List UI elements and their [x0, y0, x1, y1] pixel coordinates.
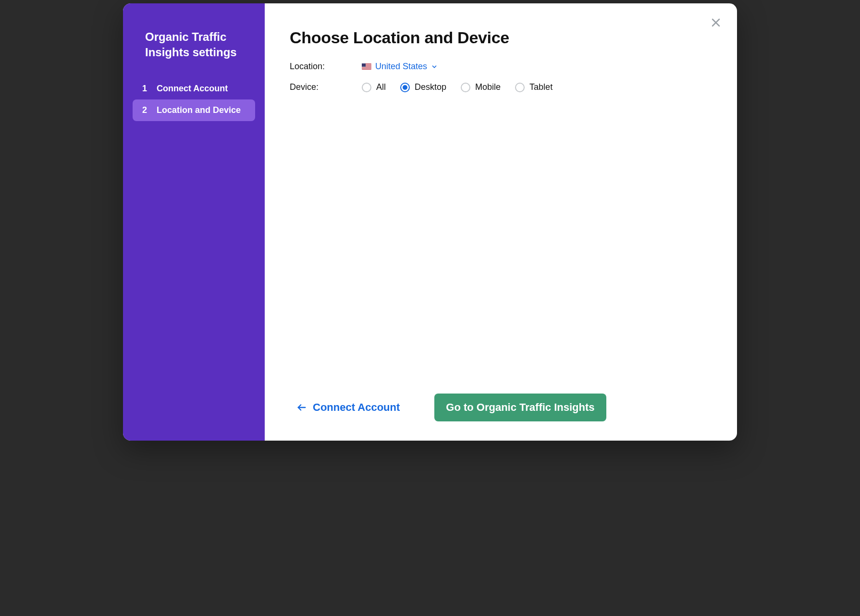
location-dropdown[interactable]: United States — [362, 62, 438, 72]
us-flag-icon — [362, 63, 371, 70]
footer: Connect Account Go to Organic Traffic In… — [290, 394, 712, 421]
sidebar-step-connect-account[interactable]: 1 Connect Account — [133, 78, 255, 99]
radio-icon — [515, 83, 525, 92]
sidebar: Organic Traffic Insights settings 1 Conn… — [123, 3, 265, 441]
device-radio-mobile[interactable]: Mobile — [461, 82, 501, 92]
radio-label: All — [376, 82, 386, 92]
spacer — [290, 103, 712, 394]
back-link-label: Connect Account — [313, 401, 400, 414]
close-icon — [710, 17, 722, 28]
step-label: Location and Device — [157, 105, 241, 115]
radio-label: Mobile — [475, 82, 501, 92]
back-link-connect-account[interactable]: Connect Account — [296, 401, 400, 414]
radio-icon — [362, 83, 371, 92]
device-radio-desktop[interactable]: Desktop — [400, 82, 446, 92]
device-label: Device: — [290, 82, 362, 92]
step-number: 2 — [141, 105, 148, 115]
radio-icon — [461, 83, 470, 92]
device-radio-tablet[interactable]: Tablet — [515, 82, 553, 92]
content-pane: Choose Location and Device Location: Uni… — [265, 3, 737, 441]
radio-icon — [400, 83, 410, 92]
location-label: Location: — [290, 62, 362, 72]
location-value-text: United States — [375, 62, 427, 72]
step-label: Connect Account — [157, 84, 228, 94]
location-row: Location: United States — [290, 62, 712, 72]
device-radio-group: All Desktop Mobile Tablet — [362, 82, 553, 92]
radio-label: Desktop — [415, 82, 446, 92]
device-radio-all[interactable]: All — [362, 82, 386, 92]
device-row: Device: All Desktop Mobile Tablet — [290, 82, 712, 92]
page-title: Choose Location and Device — [290, 28, 712, 47]
step-number: 1 — [141, 84, 148, 94]
radio-label: Tablet — [529, 82, 553, 92]
close-button[interactable] — [708, 15, 724, 30]
sidebar-title: Organic Traffic Insights settings — [145, 29, 250, 61]
chevron-down-icon — [431, 63, 438, 70]
settings-modal: Organic Traffic Insights settings 1 Conn… — [123, 3, 737, 441]
go-to-insights-button[interactable]: Go to Organic Traffic Insights — [434, 394, 606, 421]
sidebar-steps: 1 Connect Account 2 Location and Device — [133, 78, 255, 121]
sidebar-step-location-device[interactable]: 2 Location and Device — [133, 99, 255, 121]
arrow-left-icon — [296, 402, 307, 413]
